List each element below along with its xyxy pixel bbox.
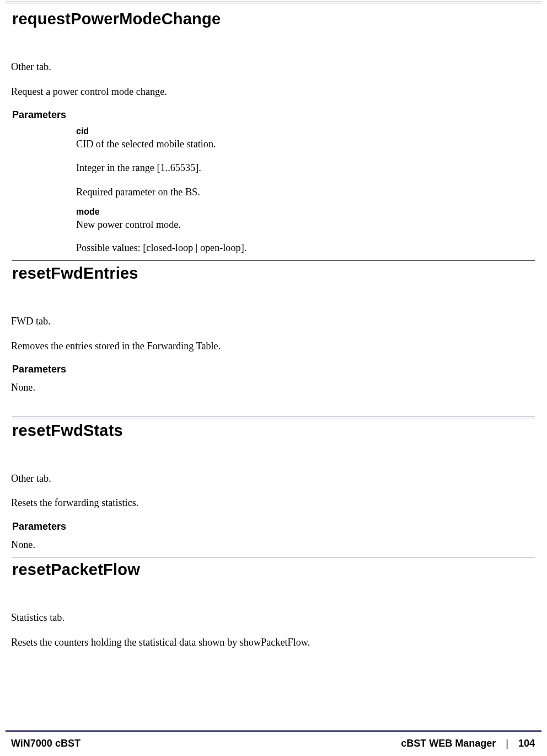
page-footer: WiN7000 cBST cBST WEB Manager | 104 bbox=[11, 738, 535, 749]
body-text: Other tab. bbox=[11, 472, 536, 486]
parameters-heading: Parameters bbox=[12, 521, 536, 533]
body-text: Removes the entries stored in the Forwar… bbox=[11, 339, 536, 353]
parameters-heading: Parameters bbox=[12, 364, 536, 375]
body-text: Resets the counters holding the statisti… bbox=[11, 636, 536, 649]
footer-separator: | bbox=[496, 738, 518, 749]
param-name-mode: mode bbox=[76, 207, 536, 217]
footer-page-number: 104 bbox=[518, 738, 535, 749]
body-text: Possible values: [closed-loop | open-loo… bbox=[76, 241, 536, 255]
body-text: Integer in the range [1..65535]. bbox=[76, 161, 536, 175]
body-text: Other tab. bbox=[11, 60, 536, 74]
body-text: None. bbox=[11, 538, 536, 552]
body-text: None. bbox=[11, 381, 536, 395]
param-name-cid: cid bbox=[76, 126, 536, 136]
footer-rule bbox=[6, 730, 541, 732]
body-text: FWD tab. bbox=[11, 315, 536, 328]
body-text: New power control mode. bbox=[76, 218, 536, 232]
footer-mid: cBST WEB Manager bbox=[401, 738, 496, 749]
footer-left: WiN7000 cBST bbox=[11, 738, 81, 749]
body-text: Statistics tab. bbox=[11, 611, 536, 625]
body-text: CID of the selected mobile station. bbox=[76, 137, 536, 151]
parameters-heading: Parameters bbox=[12, 109, 536, 121]
section-title-reset-fwd-stats: resetFwdStats bbox=[12, 422, 536, 440]
body-text: Request a power control mode change. bbox=[11, 85, 536, 99]
section-title-reset-packet-flow: resetPacketFlow bbox=[12, 561, 536, 579]
section-title-request-power-mode-change: requestPowerModeChange bbox=[12, 10, 536, 28]
page-top-rule bbox=[6, 2, 541, 3]
body-text: Resets the forwarding statistics. bbox=[11, 496, 536, 510]
page-content: requestPowerModeChange Other tab. Reques… bbox=[0, 0, 547, 649]
body-text: Required parameter on the BS. bbox=[76, 185, 536, 199]
section-title-reset-fwd-entries: resetFwdEntries bbox=[12, 264, 536, 283]
